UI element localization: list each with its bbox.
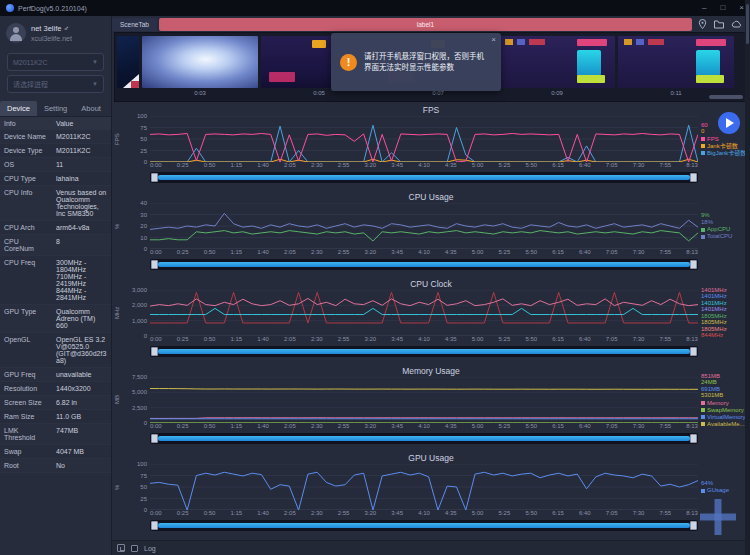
legend-item[interactable]: AvailableMe... (701, 421, 748, 428)
legend-item[interactable]: TotalCPU (701, 233, 748, 240)
video-thumbnail[interactable]: 0:09 (499, 36, 615, 98)
legend-swatch (701, 401, 705, 405)
memory-usage-chart: Memory Usage MB7,5005,0002,5000 851MB24M… (114, 365, 748, 452)
current-values: 64% (701, 480, 748, 487)
scene-tab[interactable]: SceneTab (112, 18, 157, 31)
x-tick: 4:35 (445, 423, 457, 432)
avatar (6, 23, 26, 43)
minimize-button[interactable]: – (702, 0, 706, 16)
maximize-button[interactable]: □ (720, 0, 725, 16)
slider-handle-right[interactable] (690, 347, 697, 356)
table-row[interactable]: GPU TypeQualcomm Adreno (TM) 660 (0, 305, 111, 333)
series-AppCPU (150, 231, 698, 241)
table-row[interactable]: CPU Archarm64-v8a (0, 221, 111, 235)
legend-item[interactable]: Memory (701, 400, 748, 407)
tab-setting[interactable]: Setting (37, 101, 74, 116)
slider-handle-left[interactable] (151, 173, 158, 182)
cloud-icon[interactable] (731, 20, 742, 28)
info-label: LMK Threshold (0, 424, 52, 444)
info-label: CPU CoreNum (0, 235, 52, 255)
legend-item[interactable]: FPS (701, 136, 748, 143)
time-range-slider[interactable] (150, 172, 698, 183)
user-profile[interactable]: net 3elife ♂ xcui3elife.net (0, 16, 111, 49)
plot-area[interactable] (150, 464, 698, 510)
log-checkbox[interactable] (131, 545, 138, 552)
plot-area[interactable] (150, 290, 698, 336)
time-range-slider[interactable] (150, 520, 698, 531)
table-row[interactable]: CPU InfoVenus based on Qualcomm Technolo… (0, 186, 111, 221)
video-thumbnail[interactable]: 0:03 (142, 36, 258, 98)
chart-legend: AppCPUTotalCPU (701, 226, 748, 240)
time-range-slider[interactable] (150, 259, 698, 270)
folder-icon[interactable] (714, 20, 724, 29)
slider-handle-left[interactable] (151, 260, 158, 269)
legend-item[interactable]: VirtualMemory (701, 414, 748, 421)
y-tick: 0 (144, 420, 147, 426)
tab-about[interactable]: About (74, 101, 108, 116)
chart-title: CPU Usage (114, 191, 748, 203)
table-row[interactable]: Screen Size6.82 in (0, 396, 111, 410)
video-thumbnail[interactable] (117, 36, 139, 98)
horizontal-scrollbar[interactable] (709, 95, 743, 99)
x-axis-ticks: 0:000:250:501:151:402:052:302:553:203:45… (150, 423, 698, 432)
x-tick: 6:15 (552, 336, 564, 345)
process-select[interactable]: 请选择进程 ▼ (7, 75, 104, 93)
tab-device[interactable]: Device (0, 101, 37, 116)
time-range-slider[interactable] (150, 433, 698, 444)
plot-area[interactable] (150, 116, 698, 162)
export-icon[interactable] (117, 544, 125, 552)
info-value: M2011K2C (52, 130, 111, 143)
slider-handle-left[interactable] (151, 434, 158, 443)
legend-item[interactable]: AppCPU (701, 226, 748, 233)
vertical-scrollbar[interactable] (745, 0, 750, 555)
slider-handle-right[interactable] (690, 173, 697, 182)
table-row[interactable]: Resolution1440x3200 (0, 382, 111, 396)
slider-handle-right[interactable] (690, 434, 697, 443)
x-tick: 7:30 (633, 249, 645, 258)
y-tick: 75 (140, 473, 147, 479)
location-pin-icon[interactable] (698, 19, 707, 29)
current-values: 1401MHz1401MHz1401MHz1401MHz1805MHz1805M… (701, 287, 748, 339)
y-tick: 100 (137, 461, 147, 467)
table-row[interactable]: GPU Frequnavailable (0, 368, 111, 382)
legend-item[interactable]: GUsage (701, 487, 748, 494)
table-row[interactable]: Device TypeM2011K2C (0, 144, 111, 158)
y-tick: 3,000 (132, 287, 147, 293)
legend-swatch (701, 489, 705, 493)
x-tick: 1:15 (230, 249, 242, 258)
table-row[interactable]: CPU Typelahaina (0, 172, 111, 186)
close-button[interactable]: × (739, 0, 744, 16)
video-thumbnail[interactable]: 0:11 (618, 36, 734, 98)
label-bar[interactable]: label1 (159, 18, 692, 31)
table-row[interactable]: LMK Threshold747MB (0, 424, 111, 445)
user-name: net 3elife ♂ (31, 24, 72, 33)
x-tick: 7:30 (633, 510, 645, 519)
device-select[interactable]: M2011K2C ▼ (7, 53, 104, 71)
slider-handle-right[interactable] (690, 260, 697, 269)
slider-handle-left[interactable] (151, 521, 158, 530)
table-row[interactable]: Ram Size11.0 GB (0, 410, 111, 424)
popup-close-icon[interactable]: × (491, 35, 496, 44)
plot-area[interactable] (150, 203, 698, 249)
table-row[interactable]: CPU Freq300MHz - 1804MHz 710MHz - 2419MH… (0, 256, 111, 305)
time-range-slider[interactable] (150, 346, 698, 357)
plot-area[interactable] (150, 377, 698, 423)
x-tick: 2:05 (284, 423, 296, 432)
table-row[interactable]: RootNo (0, 459, 111, 473)
slider-handle-right[interactable] (690, 521, 697, 530)
table-row[interactable]: OpenGLOpenGL ES 3.2 V@0525.0 (GIT@d360d2… (0, 333, 111, 368)
legend-item[interactable]: SwapMemory (701, 407, 748, 414)
x-tick: 7:05 (606, 423, 618, 432)
play-button[interactable] (718, 112, 740, 134)
y-axis-label: % (114, 464, 122, 510)
table-row[interactable]: Swap4047 MB (0, 445, 111, 459)
x-axis-ticks: 0:000:250:501:151:402:052:302:553:203:45… (150, 162, 698, 171)
table-row[interactable]: CPU CoreNum8 (0, 235, 111, 256)
info-value: 300MHz - 1804MHz 710MHz - 2419MHz 844MHz… (52, 256, 111, 304)
table-row[interactable]: OS11 (0, 158, 111, 172)
legend-item[interactable]: Jank卡顿数 (701, 143, 748, 150)
chart-title: FPS (114, 104, 748, 116)
legend-item[interactable]: BigJank卡顿数 (701, 150, 748, 157)
table-row[interactable]: Device NameM2011K2C (0, 130, 111, 144)
slider-handle-left[interactable] (151, 347, 158, 356)
